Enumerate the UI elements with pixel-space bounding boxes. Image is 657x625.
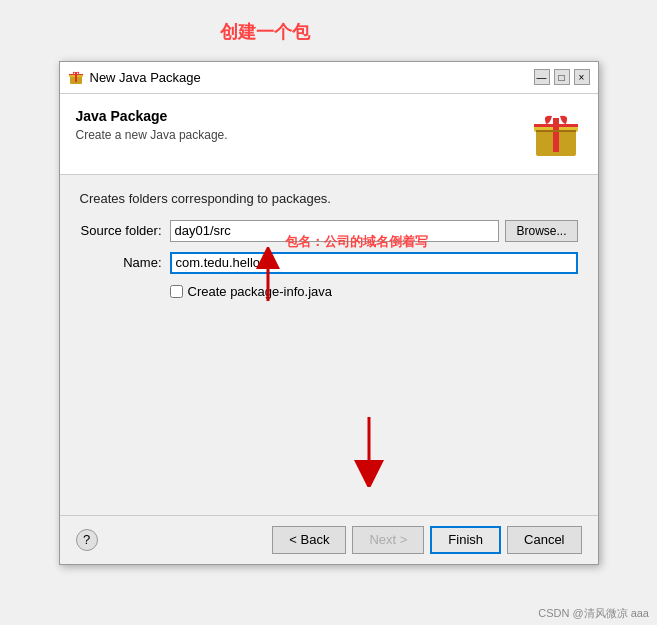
footer-section: ? < Back Next > Finish Cancel [60,515,598,564]
body-section: Creates folders corresponding to package… [60,175,598,515]
source-folder-input[interactable] [170,220,500,242]
name-row: Name: [80,252,578,274]
header-icon [530,108,582,160]
svg-rect-8 [536,130,576,132]
cancel-button[interactable]: Cancel [507,526,581,554]
name-label: Name: [80,255,170,270]
package-info-label: Create package-info.java [188,284,333,299]
title-bar: New Java Package — □ × [60,62,598,94]
help-button[interactable]: ? [76,529,98,551]
browse-button[interactable]: Browse... [505,220,577,242]
dialog-window: 创建一个包 New Java Package — □ × [59,61,599,565]
svg-rect-6 [553,118,559,152]
title-controls: — □ × [534,69,590,85]
source-folder-label: Source folder: [80,223,170,238]
window-icon [68,69,84,85]
window-title: New Java Package [90,70,201,85]
svg-rect-7 [534,124,578,127]
source-folder-row: Source folder: Browse... [80,220,578,242]
svg-rect-2 [75,72,77,82]
watermark: CSDN @清风微凉 aaa [538,606,649,621]
next-button[interactable]: Next > [352,526,424,554]
footer-buttons: < Back Next > Finish Cancel [272,526,581,554]
checkbox-row: Create package-info.java [170,284,578,299]
back-button[interactable]: < Back [272,526,346,554]
header-section: Java Package Create a new Java package. [60,94,598,175]
svg-rect-3 [69,74,83,75]
close-button[interactable]: × [574,69,590,85]
top-annotation: 创建一个包 [220,20,310,44]
dialog-subtitle: Create a new Java package. [76,128,228,142]
maximize-button[interactable]: □ [554,69,570,85]
description-text: Creates folders corresponding to package… [80,191,578,206]
dialog-title: Java Package [76,108,228,124]
package-info-checkbox[interactable] [170,285,183,298]
minimize-button[interactable]: — [534,69,550,85]
finish-button[interactable]: Finish [430,526,501,554]
name-input[interactable] [170,252,578,274]
